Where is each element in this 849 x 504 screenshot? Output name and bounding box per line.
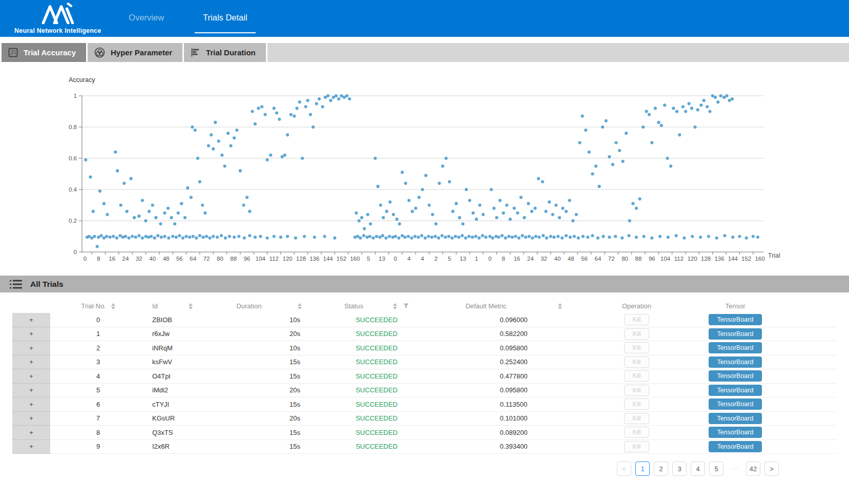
scatter-point[interactable] xyxy=(728,99,731,102)
scatter-point[interactable] xyxy=(216,236,219,239)
scatter-point[interactable] xyxy=(542,234,545,237)
scatter-point[interactable] xyxy=(356,235,359,238)
scatter-point[interactable] xyxy=(248,234,251,237)
scatter-point[interactable] xyxy=(719,94,722,97)
scatter-point[interactable] xyxy=(251,110,254,113)
tensorboard-button[interactable]: TensorBoard xyxy=(709,427,762,438)
scatter-point[interactable] xyxy=(482,213,485,216)
scatter-point[interactable] xyxy=(196,157,199,160)
scatter-point[interactable] xyxy=(497,236,500,239)
scatter-point[interactable] xyxy=(134,236,137,239)
scatter-point[interactable] xyxy=(509,218,512,221)
scatter-point[interactable] xyxy=(217,139,220,142)
scatter-point[interactable] xyxy=(581,115,584,118)
scatter-point[interactable] xyxy=(167,207,170,210)
scatter-point[interactable] xyxy=(175,236,178,239)
scatter-point[interactable] xyxy=(675,110,678,113)
scatter-point[interactable] xyxy=(354,236,357,239)
scatter-point[interactable] xyxy=(365,236,368,239)
scatter-point[interactable] xyxy=(628,219,631,222)
scatter-point[interactable] xyxy=(212,235,215,238)
scatter-point[interactable] xyxy=(731,97,734,100)
scatter-point[interactable] xyxy=(448,180,451,183)
scatter-point[interactable] xyxy=(254,236,257,239)
scatter-point[interactable] xyxy=(156,234,159,237)
scatter-point[interactable] xyxy=(678,133,681,136)
scatter-point[interactable] xyxy=(153,237,156,240)
scatter-point[interactable] xyxy=(523,216,526,219)
row-expand-button[interactable]: + xyxy=(12,341,50,355)
scatter-point[interactable] xyxy=(332,96,335,99)
scatter-point[interactable] xyxy=(501,234,504,237)
scatter-point[interactable] xyxy=(228,235,231,238)
scatter-point[interactable] xyxy=(434,222,438,225)
scatter-point[interactable] xyxy=(478,203,481,206)
scatter-point[interactable] xyxy=(577,237,580,240)
scatter-point[interactable] xyxy=(516,212,519,215)
scatter-point[interactable] xyxy=(398,222,401,225)
scatter-point[interactable] xyxy=(663,103,666,107)
scatter-point[interactable] xyxy=(537,177,540,180)
scatter-point[interactable] xyxy=(471,236,474,239)
scatter-point[interactable] xyxy=(98,190,101,193)
scatter-point[interactable] xyxy=(424,237,427,240)
scatter-point[interactable] xyxy=(458,236,461,239)
scatter-point[interactable] xyxy=(84,158,87,161)
scatter-point[interactable] xyxy=(379,203,382,206)
sort-carets-icon[interactable] xyxy=(393,303,397,309)
scatter-point[interactable] xyxy=(511,236,514,239)
scatter-point[interactable] xyxy=(224,237,227,240)
row-expand-button[interactable]: + xyxy=(12,426,50,440)
sort-carets-icon[interactable] xyxy=(111,303,115,309)
tensorboard-button[interactable]: TensorBoard xyxy=(709,441,762,452)
scatter-point[interactable] xyxy=(690,107,693,110)
scatter-point[interactable] xyxy=(89,176,92,179)
scatter-point[interactable] xyxy=(160,236,163,239)
scatter-point[interactable] xyxy=(657,121,660,124)
scatter-point[interactable] xyxy=(201,236,204,239)
scatter-point[interactable] xyxy=(388,200,391,203)
scatter-point[interactable] xyxy=(281,155,284,158)
nav-item-trials-detail[interactable]: Trials Detail xyxy=(198,0,253,37)
scatter-point[interactable] xyxy=(377,185,380,188)
scatter-point[interactable] xyxy=(602,235,605,238)
scatter-point[interactable] xyxy=(404,182,407,185)
scatter-point[interactable] xyxy=(444,236,447,239)
scatter-point[interactable] xyxy=(474,235,477,238)
scatter-point[interactable] xyxy=(198,180,201,183)
scatter-point[interactable] xyxy=(137,215,140,218)
scatter-point[interactable] xyxy=(260,105,263,108)
scatter-point[interactable] xyxy=(407,199,410,202)
scatter-point[interactable] xyxy=(195,237,198,240)
scatter-point[interactable] xyxy=(359,237,362,240)
scatter-point[interactable] xyxy=(682,237,686,240)
scatter-point[interactable] xyxy=(254,122,257,125)
scatter-point[interactable] xyxy=(178,234,181,237)
scatter-point[interactable] xyxy=(669,164,672,167)
scatter-point[interactable] xyxy=(362,234,365,237)
scatter-point[interactable] xyxy=(561,207,564,210)
scatter-point[interactable] xyxy=(243,237,246,240)
nav-item-overview[interactable]: Overview xyxy=(123,0,169,37)
kill-button[interactable]: Kill xyxy=(624,441,649,452)
scatter-point[interactable] xyxy=(688,102,691,105)
scatter-point[interactable] xyxy=(214,121,217,124)
row-expand-button[interactable]: + xyxy=(12,440,50,454)
scatter-point[interactable] xyxy=(481,234,484,237)
pagination-ellipsis[interactable]: ··· xyxy=(728,461,742,476)
scatter-point[interactable] xyxy=(375,235,378,238)
pagination-page-2[interactable]: 2 xyxy=(654,461,668,476)
kill-button[interactable]: Kill xyxy=(624,328,649,340)
scatter-point[interactable] xyxy=(180,202,183,205)
scatter-point[interactable] xyxy=(144,219,147,222)
scatter-point[interactable] xyxy=(521,234,524,237)
scatter-point[interactable] xyxy=(257,107,260,110)
scatter-point[interactable] xyxy=(96,245,99,248)
scatter-point[interactable] xyxy=(371,237,375,240)
scatter-point[interactable] xyxy=(335,94,338,97)
scatter-point[interactable] xyxy=(259,235,262,238)
scatter-point[interactable] xyxy=(159,222,162,225)
scatter-point[interactable] xyxy=(226,132,230,135)
row-expand-button[interactable]: + xyxy=(12,355,50,370)
scatter-point[interactable] xyxy=(411,210,414,213)
